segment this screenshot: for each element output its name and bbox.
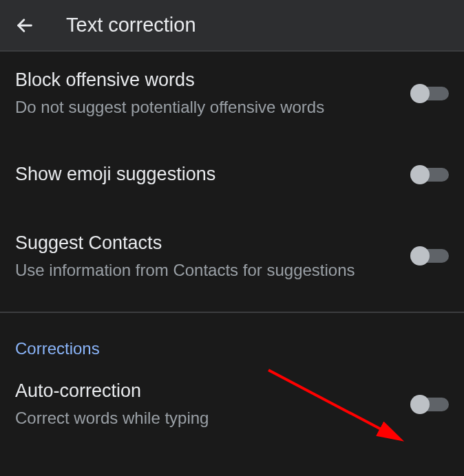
toggle-emoji-suggestions[interactable] <box>414 168 449 182</box>
toggle-thumb <box>410 165 430 184</box>
setting-emoji-suggestions[interactable]: Show emoji suggestions <box>0 135 464 214</box>
toggle-block-offensive[interactable] <box>414 87 449 100</box>
setting-suggest-contacts[interactable]: Suggest Contacts Use information from Co… <box>0 215 464 298</box>
toggle-thumb <box>410 395 430 414</box>
setting-text: Suggest Contacts Use information from Co… <box>15 231 414 281</box>
page-title: Text correction <box>66 14 196 36</box>
setting-title: Suggest Contacts <box>15 231 401 255</box>
toggle-suggest-contacts[interactable] <box>414 249 449 263</box>
toggle-thumb <box>410 84 430 103</box>
toggle-auto-correction[interactable] <box>414 398 449 411</box>
setting-title: Block offensive words <box>15 68 401 92</box>
setting-block-offensive-words[interactable]: Block offensive words Do not suggest pot… <box>0 52 464 135</box>
setting-subtitle: Correct words while typing <box>15 407 401 429</box>
setting-text: Auto-correction Correct words while typi… <box>15 379 414 429</box>
toggle-thumb <box>410 246 430 266</box>
back-button[interactable] <box>8 9 41 42</box>
setting-text: Show emoji suggestions <box>15 162 414 186</box>
section-header-corrections: Corrections <box>0 313 464 367</box>
setting-text: Block offensive words Do not suggest pot… <box>15 68 414 118</box>
setting-subtitle: Use information from Contacts for sugges… <box>15 259 401 281</box>
back-arrow-icon <box>15 16 34 35</box>
setting-title: Show emoji suggestions <box>15 162 401 186</box>
setting-auto-correction[interactable]: Auto-correction Correct words while typi… <box>0 367 464 446</box>
app-header: Text correction <box>0 0 464 52</box>
setting-subtitle: Do not suggest potentially offensive wor… <box>15 96 401 118</box>
setting-title: Auto-correction <box>15 379 401 403</box>
